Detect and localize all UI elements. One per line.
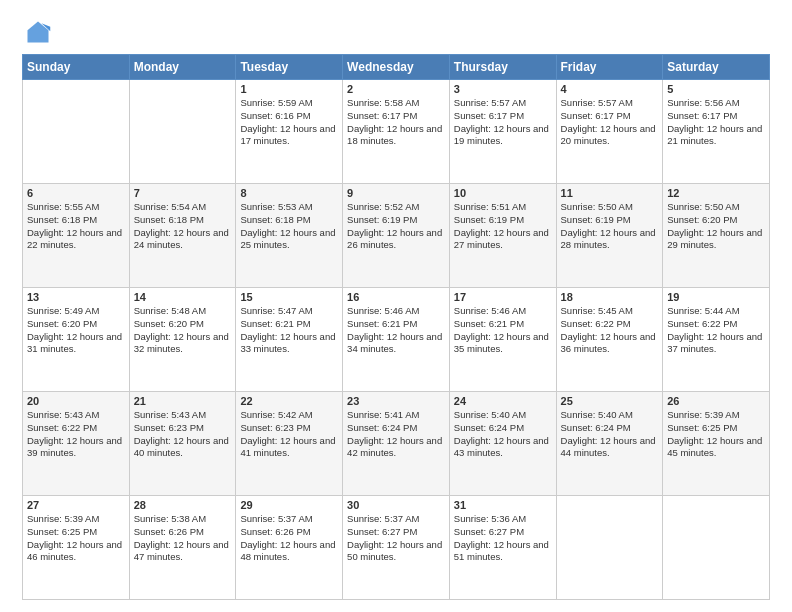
day-number: 25 <box>561 395 659 407</box>
cell-info: Sunrise: 5:39 AMSunset: 6:25 PMDaylight:… <box>27 513 125 564</box>
calendar-cell: 12Sunrise: 5:50 AMSunset: 6:20 PMDayligh… <box>663 184 770 288</box>
day-header-saturday: Saturday <box>663 55 770 80</box>
day-header-wednesday: Wednesday <box>343 55 450 80</box>
day-number: 9 <box>347 187 445 199</box>
cell-info: Sunrise: 5:36 AMSunset: 6:27 PMDaylight:… <box>454 513 552 564</box>
cell-info: Sunrise: 5:57 AMSunset: 6:17 PMDaylight:… <box>454 97 552 148</box>
day-number: 15 <box>240 291 338 303</box>
day-number: 31 <box>454 499 552 511</box>
calendar-body: 1Sunrise: 5:59 AMSunset: 6:16 PMDaylight… <box>23 80 770 600</box>
cell-info: Sunrise: 5:50 AMSunset: 6:20 PMDaylight:… <box>667 201 765 252</box>
day-number: 12 <box>667 187 765 199</box>
day-number: 23 <box>347 395 445 407</box>
calendar-cell: 7Sunrise: 5:54 AMSunset: 6:18 PMDaylight… <box>129 184 236 288</box>
day-number: 18 <box>561 291 659 303</box>
calendar-cell: 18Sunrise: 5:45 AMSunset: 6:22 PMDayligh… <box>556 288 663 392</box>
cell-info: Sunrise: 5:40 AMSunset: 6:24 PMDaylight:… <box>454 409 552 460</box>
day-header-friday: Friday <box>556 55 663 80</box>
calendar-cell: 4Sunrise: 5:57 AMSunset: 6:17 PMDaylight… <box>556 80 663 184</box>
cell-info: Sunrise: 5:46 AMSunset: 6:21 PMDaylight:… <box>454 305 552 356</box>
calendar-cell: 23Sunrise: 5:41 AMSunset: 6:24 PMDayligh… <box>343 392 450 496</box>
day-header-monday: Monday <box>129 55 236 80</box>
day-number: 22 <box>240 395 338 407</box>
calendar-cell <box>556 496 663 600</box>
calendar-table: SundayMondayTuesdayWednesdayThursdayFrid… <box>22 54 770 600</box>
week-row-3: 13Sunrise: 5:49 AMSunset: 6:20 PMDayligh… <box>23 288 770 392</box>
cell-info: Sunrise: 5:51 AMSunset: 6:19 PMDaylight:… <box>454 201 552 252</box>
calendar-cell: 3Sunrise: 5:57 AMSunset: 6:17 PMDaylight… <box>449 80 556 184</box>
cell-info: Sunrise: 5:43 AMSunset: 6:23 PMDaylight:… <box>134 409 232 460</box>
cell-info: Sunrise: 5:56 AMSunset: 6:17 PMDaylight:… <box>667 97 765 148</box>
calendar-cell: 11Sunrise: 5:50 AMSunset: 6:19 PMDayligh… <box>556 184 663 288</box>
day-number: 30 <box>347 499 445 511</box>
cell-info: Sunrise: 5:55 AMSunset: 6:18 PMDaylight:… <box>27 201 125 252</box>
cell-info: Sunrise: 5:54 AMSunset: 6:18 PMDaylight:… <box>134 201 232 252</box>
calendar-cell: 8Sunrise: 5:53 AMSunset: 6:18 PMDaylight… <box>236 184 343 288</box>
calendar-cell: 2Sunrise: 5:58 AMSunset: 6:17 PMDaylight… <box>343 80 450 184</box>
calendar-cell: 10Sunrise: 5:51 AMSunset: 6:19 PMDayligh… <box>449 184 556 288</box>
cell-info: Sunrise: 5:57 AMSunset: 6:17 PMDaylight:… <box>561 97 659 148</box>
logo-icon <box>24 18 52 46</box>
calendar-cell: 27Sunrise: 5:39 AMSunset: 6:25 PMDayligh… <box>23 496 130 600</box>
day-number: 26 <box>667 395 765 407</box>
calendar-cell: 28Sunrise: 5:38 AMSunset: 6:26 PMDayligh… <box>129 496 236 600</box>
cell-info: Sunrise: 5:37 AMSunset: 6:26 PMDaylight:… <box>240 513 338 564</box>
day-number: 6 <box>27 187 125 199</box>
cell-info: Sunrise: 5:53 AMSunset: 6:18 PMDaylight:… <box>240 201 338 252</box>
calendar-cell: 9Sunrise: 5:52 AMSunset: 6:19 PMDaylight… <box>343 184 450 288</box>
cell-info: Sunrise: 5:50 AMSunset: 6:19 PMDaylight:… <box>561 201 659 252</box>
day-number: 21 <box>134 395 232 407</box>
day-number: 16 <box>347 291 445 303</box>
day-header-sunday: Sunday <box>23 55 130 80</box>
cell-info: Sunrise: 5:41 AMSunset: 6:24 PMDaylight:… <box>347 409 445 460</box>
week-row-4: 20Sunrise: 5:43 AMSunset: 6:22 PMDayligh… <box>23 392 770 496</box>
calendar-header: SundayMondayTuesdayWednesdayThursdayFrid… <box>23 55 770 80</box>
cell-info: Sunrise: 5:46 AMSunset: 6:21 PMDaylight:… <box>347 305 445 356</box>
cell-info: Sunrise: 5:48 AMSunset: 6:20 PMDaylight:… <box>134 305 232 356</box>
calendar-cell: 31Sunrise: 5:36 AMSunset: 6:27 PMDayligh… <box>449 496 556 600</box>
cell-info: Sunrise: 5:45 AMSunset: 6:22 PMDaylight:… <box>561 305 659 356</box>
cell-info: Sunrise: 5:37 AMSunset: 6:27 PMDaylight:… <box>347 513 445 564</box>
cell-info: Sunrise: 5:42 AMSunset: 6:23 PMDaylight:… <box>240 409 338 460</box>
page: SundayMondayTuesdayWednesdayThursdayFrid… <box>0 0 792 612</box>
calendar-cell: 14Sunrise: 5:48 AMSunset: 6:20 PMDayligh… <box>129 288 236 392</box>
day-header-thursday: Thursday <box>449 55 556 80</box>
cell-info: Sunrise: 5:58 AMSunset: 6:17 PMDaylight:… <box>347 97 445 148</box>
calendar-cell: 13Sunrise: 5:49 AMSunset: 6:20 PMDayligh… <box>23 288 130 392</box>
calendar-cell: 22Sunrise: 5:42 AMSunset: 6:23 PMDayligh… <box>236 392 343 496</box>
calendar-cell <box>129 80 236 184</box>
calendar-cell: 29Sunrise: 5:37 AMSunset: 6:26 PMDayligh… <box>236 496 343 600</box>
day-number: 29 <box>240 499 338 511</box>
cell-info: Sunrise: 5:49 AMSunset: 6:20 PMDaylight:… <box>27 305 125 356</box>
day-number: 19 <box>667 291 765 303</box>
calendar-cell: 6Sunrise: 5:55 AMSunset: 6:18 PMDaylight… <box>23 184 130 288</box>
calendar-cell: 19Sunrise: 5:44 AMSunset: 6:22 PMDayligh… <box>663 288 770 392</box>
cell-info: Sunrise: 5:59 AMSunset: 6:16 PMDaylight:… <box>240 97 338 148</box>
calendar-cell: 24Sunrise: 5:40 AMSunset: 6:24 PMDayligh… <box>449 392 556 496</box>
day-number: 2 <box>347 83 445 95</box>
calendar-cell: 15Sunrise: 5:47 AMSunset: 6:21 PMDayligh… <box>236 288 343 392</box>
day-number: 20 <box>27 395 125 407</box>
day-header-tuesday: Tuesday <box>236 55 343 80</box>
day-number: 8 <box>240 187 338 199</box>
calendar-cell: 1Sunrise: 5:59 AMSunset: 6:16 PMDaylight… <box>236 80 343 184</box>
svg-marker-0 <box>28 22 49 43</box>
day-number: 17 <box>454 291 552 303</box>
cell-info: Sunrise: 5:47 AMSunset: 6:21 PMDaylight:… <box>240 305 338 356</box>
cell-info: Sunrise: 5:40 AMSunset: 6:24 PMDaylight:… <box>561 409 659 460</box>
header <box>22 18 770 46</box>
calendar-cell: 16Sunrise: 5:46 AMSunset: 6:21 PMDayligh… <box>343 288 450 392</box>
cell-info: Sunrise: 5:38 AMSunset: 6:26 PMDaylight:… <box>134 513 232 564</box>
day-number: 4 <box>561 83 659 95</box>
week-row-1: 1Sunrise: 5:59 AMSunset: 6:16 PMDaylight… <box>23 80 770 184</box>
week-row-2: 6Sunrise: 5:55 AMSunset: 6:18 PMDaylight… <box>23 184 770 288</box>
day-number: 14 <box>134 291 232 303</box>
calendar-cell: 5Sunrise: 5:56 AMSunset: 6:17 PMDaylight… <box>663 80 770 184</box>
calendar-cell: 17Sunrise: 5:46 AMSunset: 6:21 PMDayligh… <box>449 288 556 392</box>
day-number: 24 <box>454 395 552 407</box>
day-number: 13 <box>27 291 125 303</box>
day-number: 1 <box>240 83 338 95</box>
day-number: 11 <box>561 187 659 199</box>
day-number: 3 <box>454 83 552 95</box>
calendar-cell <box>663 496 770 600</box>
